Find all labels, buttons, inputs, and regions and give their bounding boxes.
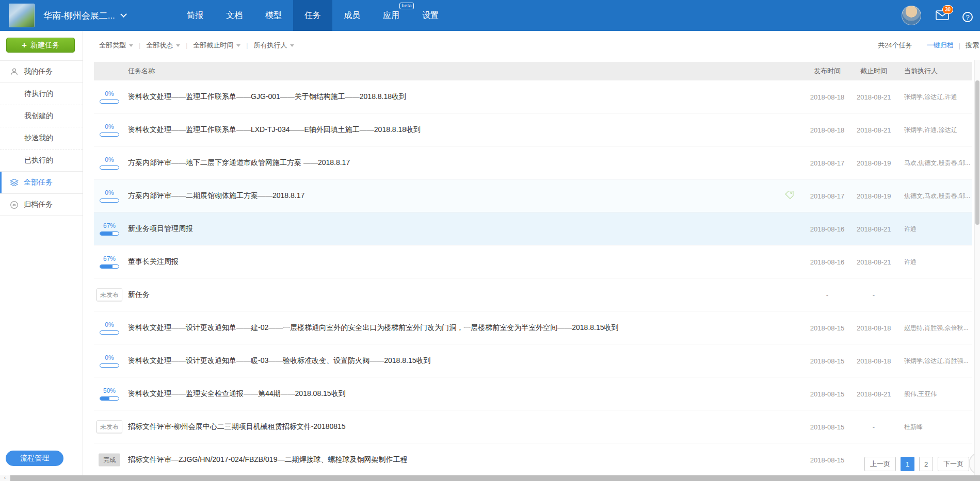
filter-label: 所有执行人 [253, 41, 287, 50]
progress-bar [100, 165, 119, 170]
task-progress: 0% [94, 189, 125, 203]
task-row[interactable]: 50%资料收文处理——监理安全检查通报——第44期——2018.08.15收到2… [94, 377, 972, 410]
task-progress: 0% [94, 123, 125, 137]
user-icon [10, 68, 19, 76]
search-link[interactable]: 搜索 [966, 41, 979, 50]
messages-button[interactable]: 30 [936, 10, 949, 21]
current-executor: 马欢,焦德文,殷贵春,邹... [904, 158, 972, 167]
nav-item-2[interactable]: 文档 [215, 0, 254, 31]
page-number-2[interactable]: 2 [919, 457, 933, 471]
main-nav: 简报文档模型任务成员应用beta设置 [175, 0, 450, 31]
task-row[interactable]: 0%资料收文处理——设计更改通知单——建-02——一层楼梯通向室外的安全出口为楼… [94, 311, 972, 344]
nav-item-4[interactable]: 任务 [293, 0, 332, 31]
task-name[interactable]: 招标文件评审-柳州会展中心二三期项目机械租赁招标文件-20180815 [128, 422, 346, 432]
current-executor: 许通 [904, 224, 972, 233]
sidebar-item-label: 我的任务 [24, 67, 53, 76]
task-row[interactable]: 0%方案内部评审——地下二层下穿通道市政管网施工方案 ——2018.8.1720… [94, 146, 972, 179]
sidebar-item-1[interactable]: 我的任务 [0, 61, 83, 83]
help-button[interactable]: ? [962, 12, 973, 22]
task-name[interactable]: 方案内部评审——二期展馆砌体施工方案——2018.8.17 [128, 191, 304, 201]
task-name[interactable]: 资料收文处理——设计更改通知单——暖-03——验收标准改变、设置防火阀——201… [128, 356, 431, 366]
task-name[interactable]: 董事长关注周报 [128, 257, 179, 267]
topbar-right: 30 ? [902, 0, 973, 31]
scroll-left-arrow[interactable]: ‹ [0, 475, 10, 481]
sidebar-item-5[interactable]: 已执行的 [0, 150, 83, 172]
project-switcher[interactable]: 华南-柳州会展二... [43, 0, 126, 31]
progress-label: 0% [94, 189, 125, 196]
nav-item-6[interactable]: 应用beta [372, 0, 411, 31]
next-page-button[interactable]: 下一页 [938, 457, 969, 471]
sidebar-item-label: 已执行的 [24, 156, 53, 165]
task-name[interactable]: 资料收文处理——监理工作联系单——LXD-TJ-034——E轴外回填土施工——2… [128, 125, 421, 135]
task-row[interactable]: 0%资料收文处理——监理工作联系单——GJG-001——关于钢结构施工——201… [94, 80, 972, 113]
filter-dropdown-4[interactable]: 所有执行人 [253, 41, 294, 50]
vertical-scrollbar-thumb[interactable] [975, 80, 979, 225]
nav-item-5[interactable]: 成员 [332, 0, 372, 31]
process-management-button[interactable]: 流程管理 [6, 451, 63, 466]
task-list: 0%资料收文处理——监理工作联系单——GJG-001——关于钢结构施工——201… [94, 80, 972, 475]
sidebar-item-7[interactable]: 归档任务 [0, 194, 83, 216]
sidebar-item-6[interactable]: 全部任务 [0, 172, 83, 194]
progress-label: 67% [94, 255, 125, 262]
progress-bar [100, 396, 119, 401]
task-name[interactable]: 方案内部评审——地下二层下穿通道市政管网施工方案 ——2018.8.17 [128, 158, 350, 168]
task-row[interactable]: 0%资料收文处理——设计更改通知单——暖-03——验收标准改变、设置防火阀——2… [94, 344, 972, 377]
layers-icon [10, 178, 19, 187]
prev-page-button[interactable]: 上一页 [864, 457, 896, 471]
nav-item-3[interactable]: 模型 [254, 0, 293, 31]
page-number-1[interactable]: 1 [901, 457, 914, 471]
nav-item-1[interactable]: 简报 [175, 0, 215, 31]
horizontal-scrollbar-thumb[interactable] [10, 475, 980, 481]
filter-dropdown-1[interactable]: 全部类型 [99, 41, 133, 50]
task-name[interactable]: 新业务项目管理周报 [128, 224, 193, 234]
progress-label: 67% [94, 222, 125, 229]
progress-bar [100, 231, 119, 236]
task-name[interactable]: 资料收文处理——设计更改通知单——建-02——一层楼梯通向室外的安全出口为楼梯前… [128, 323, 619, 333]
publish-date: 2018-08-16 [809, 225, 845, 233]
task-row[interactable]: 未发布新任务-- [94, 278, 972, 311]
sidebar-item-4[interactable]: 抄送我的 [0, 127, 83, 150]
task-name[interactable]: 招标文件评审—ZJGG/HN/2017-024/FBZB/019—二期焊接球、螺… [128, 455, 407, 465]
publish-date: - [809, 291, 845, 298]
task-row[interactable]: 67%董事长关注周报2018-08-162018-08-21许通 [94, 245, 972, 278]
current-executor: 张炳学,许通,涂达辽 [904, 125, 972, 134]
status-badge: 完成 [99, 453, 120, 466]
sidebar-item-label: 全部任务 [24, 178, 53, 187]
progress-bar [100, 264, 119, 269]
page-numbers: 12 [896, 457, 933, 471]
horizontal-scrollbar[interactable]: ‹ [0, 475, 980, 481]
deadline-date: - [857, 423, 891, 430]
deadline-date: 2018-08-19 [857, 159, 891, 167]
divider: | [139, 42, 140, 49]
column-header-executor: 当前执行人 [904, 62, 938, 80]
task-progress: 67% [94, 222, 125, 236]
task-name[interactable]: 资料收文处理——监理安全检查通报——第44期——2018.08.15收到 [128, 389, 346, 399]
task-progress: 0% [94, 90, 125, 104]
one-click-archive-link[interactable]: 一键归档 [927, 41, 954, 50]
sidebar-item-2[interactable]: 待执行的 [0, 83, 83, 105]
task-row[interactable]: 完成招标文件评审—ZJGG/HN/2017-024/FBZB/019—二期焊接球… [94, 443, 972, 475]
nav-item-7[interactable]: 设置 [411, 0, 450, 31]
progress-bar [100, 363, 119, 368]
task-name[interactable]: 新任务 [128, 290, 150, 300]
nav-item-label: 应用 [383, 11, 399, 20]
filter-dropdown-2[interactable]: 全部状态 [146, 41, 180, 50]
task-row[interactable]: 0%资料收文处理——监理工作联系单——LXD-TJ-034——E轴外回填土施工—… [94, 113, 972, 146]
task-row[interactable]: 0%方案内部评审——二期展馆砌体施工方案——2018.8.172018-08-1… [94, 179, 972, 212]
new-task-button[interactable]: + 新建任务 [6, 38, 75, 53]
progress-bar-fill [100, 397, 109, 400]
deadline-date: 2018-08-21 [857, 126, 891, 134]
task-row[interactable]: 67%新业务项目管理周报2018-08-162018-08-21许通 [94, 212, 972, 245]
column-header-publish: 发布时间 [809, 62, 845, 80]
publish-date: 2018-08-15 [809, 324, 845, 331]
vertical-scrollbar[interactable] [974, 60, 980, 475]
mail-badge: 30 [942, 5, 953, 14]
current-executor: 许通 [904, 257, 972, 266]
filter-dropdown-3[interactable]: 全部截止时间 [193, 41, 240, 50]
avatar[interactable] [902, 6, 921, 25]
task-name[interactable]: 资料收文处理——监理工作联系单——GJG-001——关于钢结构施工——2018.… [128, 92, 406, 102]
sidebar-item-3[interactable]: 我创建的 [0, 105, 83, 127]
task-progress: 67% [94, 255, 125, 269]
task-row[interactable]: 未发布招标文件评审-柳州会展中心二三期项目机械租赁招标文件-2018081520… [94, 410, 972, 443]
current-executor: 熊伟,王亚伟 [904, 389, 972, 398]
